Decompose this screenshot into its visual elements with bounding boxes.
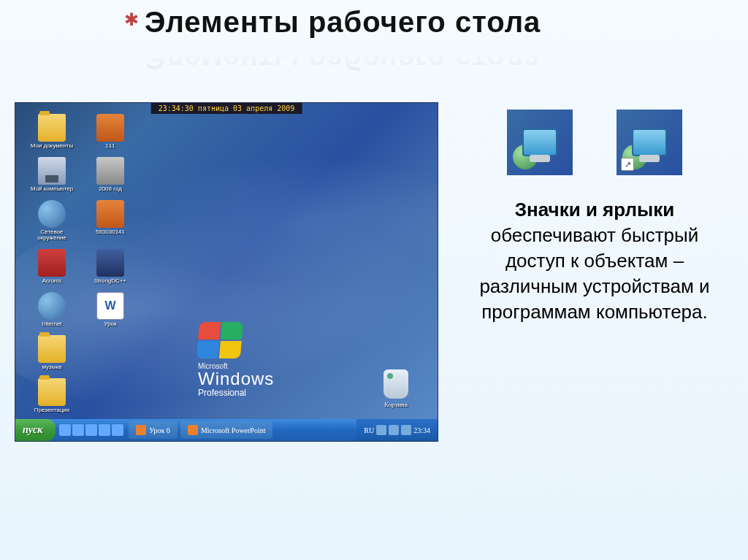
cpp-icon [96, 249, 124, 277]
icon-label: 583030141 [96, 229, 125, 236]
icon-label: Acronis [42, 278, 62, 285]
trash-icon [383, 369, 408, 399]
word-icon [96, 292, 124, 320]
tray-icon[interactable] [401, 425, 411, 435]
asterisk-icon: ✱ [124, 9, 139, 30]
icon-label: Презентация [34, 407, 69, 414]
windows-logo: Microsoft Windows Professional [198, 322, 274, 398]
desktop-clock: 23:34:30 пятница 03 апреля 2009 [151, 103, 302, 114]
desktop-icon[interactable]: 2008 год [85, 157, 136, 193]
desktop-icon[interactable]: Мой компьютер [26, 157, 77, 193]
film-icon [96, 157, 124, 185]
ql-icon[interactable] [99, 424, 110, 436]
taskbar-task[interactable]: Microsoft PowerPoint [180, 421, 273, 439]
desktop-icon[interactable]: StrongDC++ [85, 249, 136, 285]
folder-icon [38, 114, 66, 142]
ql-icon[interactable] [85, 424, 97, 436]
desktop-icon[interactable]: Презентация [26, 378, 77, 414]
net-icon [38, 292, 66, 320]
icon-label: Урок [104, 321, 116, 328]
icon-label: Internet [42, 321, 61, 328]
icon-label: 2008 год [99, 186, 122, 193]
shortcut-example-tile: ↗ [617, 110, 682, 175]
mycomp-icon [38, 157, 66, 185]
desktop-icon[interactable]: Internet [26, 292, 77, 328]
tray-icon[interactable] [389, 425, 399, 435]
desktop-icon[interactable] [85, 335, 136, 371]
body-text-bold: Значки и ярлыки [515, 199, 674, 220]
desktop-icon[interactable]: музыка [26, 335, 77, 371]
shortcut-arrow-icon: ↗ [621, 158, 634, 171]
windows-edition: Professional [198, 388, 274, 398]
desktop-icon[interactable] [85, 378, 136, 414]
system-tray[interactable]: RU 23:34 [356, 419, 438, 441]
jpg-icon [96, 114, 124, 142]
net-icon [38, 200, 66, 228]
icon-label: StrongDC++ [94, 278, 126, 285]
desktop-screenshot: 23:34:30 пятница 03 апреля 2009 Мои доку… [15, 102, 438, 442]
desktop-icon[interactable]: 111 [85, 114, 136, 150]
start-button[interactable]: пуск [15, 419, 56, 441]
tray-icon[interactable] [376, 425, 386, 435]
desktop-icon[interactable]: Acronis [26, 249, 77, 285]
slide-title: Элементы рабочего стола [145, 6, 541, 39]
desktop-icon[interactable]: Сетевое окружение [26, 200, 77, 242]
desktop-icons-grid: Мои документы111Мой компьютер2008 годСет… [26, 114, 136, 413]
windows-ms: Microsoft [198, 362, 274, 370]
icon-label: 111 [105, 143, 115, 150]
icon-label: Мои документы [31, 143, 73, 150]
desktop-icon[interactable]: Мои документы [26, 114, 77, 150]
quick-launch [56, 424, 127, 436]
slide-title-row: ✱ Элементы рабочего стола [124, 6, 541, 39]
body-text: Значки и ярлыки обеспечивают быстрый дос… [463, 197, 726, 325]
folder-icon [38, 335, 66, 363]
ql-icon[interactable] [112, 424, 123, 436]
desktop-icon[interactable]: 583030141 [85, 200, 136, 242]
body-text-rest: обеспечивают быстрый доступ к объектам –… [479, 224, 709, 323]
icon-example-tile [507, 110, 573, 175]
monitor-icon [522, 129, 557, 156]
recycle-bin[interactable]: Корзина [383, 369, 408, 408]
ql-icon[interactable] [59, 424, 71, 436]
monitor-icon [632, 129, 667, 156]
icon-label: Сетевое окружение [26, 229, 77, 242]
desktop-icon[interactable]: Урок [85, 292, 136, 328]
windows-name: Windows [198, 370, 274, 388]
red-icon [38, 249, 66, 277]
title-reflection: Элементы рабочего стола [145, 42, 541, 75]
ql-icon[interactable] [72, 424, 84, 436]
icon-label: музыка [42, 364, 61, 371]
jpg-icon [96, 200, 124, 228]
windows-flag-icon [196, 322, 243, 358]
trash-label: Корзина [383, 401, 408, 408]
icon-label: Мой компьютер [31, 186, 73, 193]
taskbar: пуск Урок 6 Microsoft PowerPoint RU 23:3… [15, 419, 438, 441]
taskbar-task[interactable]: Урок 6 [129, 421, 178, 439]
folder-icon [38, 378, 66, 406]
example-icons: ↗ [507, 110, 682, 175]
